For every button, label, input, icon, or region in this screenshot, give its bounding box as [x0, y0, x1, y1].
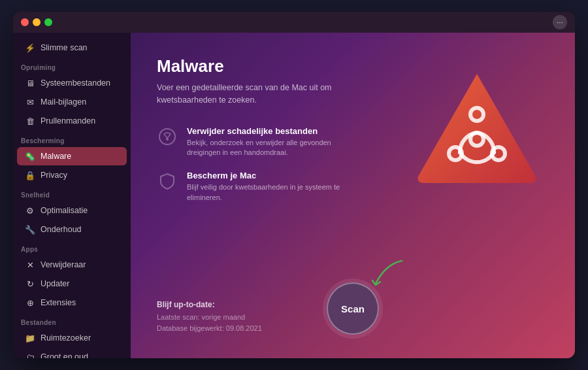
sidebar-item-malware[interactable]: 🦠 Malware	[17, 147, 127, 165]
sidebar-item-verwijderaar[interactable]: ✕ Verwijderaar	[17, 256, 127, 274]
sidebar-item-slimme-scan[interactable]: ⚡ Slimme scan	[17, 39, 127, 57]
app-window: ··· ⚡ Slimme scan Opruiming 🖥 Systeembes…	[13, 12, 575, 358]
titlebar: ···	[13, 12, 575, 33]
sidebar-item-ruimtezoeker[interactable]: 📁 Ruimtezoeker	[17, 329, 127, 347]
scan-button[interactable]: Scan	[327, 282, 379, 335]
sidebar-item-systeembestanden[interactable]: 🖥 Systeembestanden	[17, 74, 127, 92]
malware-icon: 🦠	[25, 151, 35, 161]
maximize-button[interactable]	[44, 18, 52, 26]
sidebar-item-label: Malware	[41, 152, 71, 161]
groot-en-oud-icon: 🗂	[25, 352, 35, 358]
updater-icon: ↻	[25, 278, 35, 289]
sidebar-item-label: Prullenmanden	[41, 116, 95, 126]
section-label-apps: Apps	[13, 239, 131, 255]
mail-bijlagen-icon: ✉	[25, 97, 35, 107]
sidebar-item-prullenmanden[interactable]: 🗑 Prullenmanden	[17, 112, 127, 130]
verwijderaar-icon: ✕	[25, 260, 35, 270]
svg-point-5	[166, 138, 169, 141]
sidebar-item-label: Mail-bijlagen	[41, 97, 86, 107]
biohazard-graphic	[405, 59, 549, 203]
sidebar-item-label: Ruimtezoeker	[41, 333, 91, 343]
sidebar-item-label: Optimalisatie	[41, 206, 88, 215]
minimize-button[interactable]	[33, 18, 41, 26]
page-subtitle: Voer een gedetailleerde scan van de Mac …	[157, 82, 340, 107]
biohazard-svg	[412, 69, 542, 193]
sidebar-item-label: Onderhoud	[41, 225, 82, 234]
feature-protect-icon	[157, 171, 178, 192]
onderhoud-icon: 🔧	[25, 224, 35, 235]
scan-button-container: Scan	[327, 282, 379, 335]
slimme-scan-icon: ⚡	[25, 42, 35, 53]
feature-protect-text: Bescherm je Mac Blijf veilig door kwetsb…	[187, 171, 357, 203]
section-label-bescherming: Bescherming	[13, 131, 131, 146]
sidebar-item-label: Extensies	[41, 298, 76, 307]
sidebar-item-label: Groot en oud	[41, 352, 88, 358]
feature-remove-desc: Bekijk, onderzoek en verwijder alle gevo…	[187, 138, 357, 158]
section-label-opruiming: Opruiming	[13, 58, 131, 73]
sidebar-item-label: Systeembestanden	[41, 78, 110, 88]
feature-protect-title: Bescherm je Mac	[187, 171, 357, 180]
sidebar-item-extensies[interactable]: ⊕ Extensies	[17, 294, 127, 312]
ruimtezoeker-icon: 📁	[25, 333, 35, 343]
sidebar-item-optimalisatie[interactable]: ⚙ Optimalisatie	[17, 201, 127, 220]
sidebar-item-mail-bijlagen[interactable]: ✉ Mail-bijlagen	[17, 93, 127, 111]
sidebar-item-label: Privacy	[41, 171, 67, 180]
svg-point-4	[159, 129, 175, 144]
sidebar-item-label: Updater	[41, 279, 69, 288]
close-button[interactable]	[21, 18, 29, 26]
optimalisatie-icon: ⚙	[25, 205, 35, 216]
sidebar: ⚡ Slimme scan Opruiming 🖥 Systeembestand…	[13, 33, 131, 358]
traffic-lights	[21, 18, 52, 26]
systeembestanden-icon: 🖥	[25, 78, 35, 88]
main-content: Malware Voer een gedetailleerde scan van…	[131, 33, 575, 358]
feature-remove-title: Verwijder schadelijke bestanden	[187, 126, 357, 136]
sidebar-item-groot-en-oud[interactable]: 🗂 Groot en oud	[17, 348, 127, 358]
feature-remove-icon	[157, 126, 178, 147]
app-body: ⚡ Slimme scan Opruiming 🖥 Systeembestand…	[13, 33, 575, 358]
prullenmanden-icon: 🗑	[25, 116, 35, 126]
sidebar-item-label: Verwijderaar	[41, 260, 86, 269]
more-options-button[interactable]: ···	[553, 15, 567, 29]
sidebar-item-label: Slimme scan	[41, 43, 88, 52]
section-label-snelheid: Snelheid	[13, 185, 131, 201]
extensies-icon: ⊕	[25, 297, 35, 308]
sidebar-item-onderhoud[interactable]: 🔧 Onderhoud	[17, 220, 127, 239]
sidebar-item-privacy[interactable]: 🔒 Privacy	[17, 166, 127, 184]
privacy-icon: 🔒	[25, 170, 35, 180]
section-label-bestanden: Bestanden	[13, 312, 131, 328]
feature-remove-text: Verwijder schadelijke bestanden Bekijk, …	[187, 126, 357, 158]
feature-protect-desc: Blijf veilig door kwetsbaarheden in je s…	[187, 182, 357, 203]
sidebar-item-updater[interactable]: ↻ Updater	[17, 275, 127, 293]
